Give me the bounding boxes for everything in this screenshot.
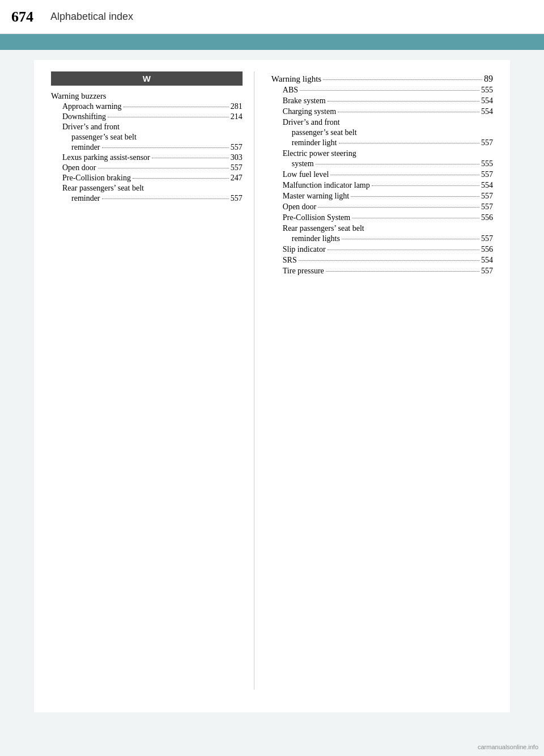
heading-warning-buzzers: Warning buzzers <box>51 91 243 101</box>
page-header: 674 Alphabetical index <box>0 0 544 34</box>
list-item: reminder light 557 <box>271 138 493 147</box>
list-item: passenger’s seat belt <box>51 133 243 142</box>
list-item: Brake system 554 <box>271 96 493 105</box>
list-item: SRS 554 <box>271 256 493 265</box>
warning-lights-heading: Warning lights 89 <box>271 74 493 84</box>
list-item: Open door 557 <box>271 202 493 212</box>
list-item: Malfunction indicator lamp 554 <box>271 181 493 190</box>
list-item: Pre-Collision System 556 <box>271 213 493 222</box>
list-item: Approach warning 281 <box>51 102 243 111</box>
list-item: reminder 557 <box>51 143 243 152</box>
list-item: system 555 <box>271 159 493 168</box>
list-item: Tire pressure 557 <box>271 267 493 276</box>
list-item: Slip indicator 556 <box>271 245 493 254</box>
list-item: Pre-Collision braking 247 <box>51 174 243 183</box>
list-item: Driver’s and front <box>271 118 493 127</box>
list-item: ABS 555 <box>271 86 493 95</box>
accent-bar <box>0 34 544 50</box>
list-item: Master warning light 557 <box>271 192 493 201</box>
section-letter-w: W <box>51 71 243 86</box>
list-item: Rear passengers’ seat belt <box>51 184 243 193</box>
main-content: W Warning buzzers Approach warning 281 D… <box>34 60 510 712</box>
list-item: reminder 557 <box>51 194 243 203</box>
list-item: Rear passengers’ seat belt <box>271 224 493 233</box>
list-item: Low fuel level 557 <box>271 170 493 179</box>
list-item: passenger’s seat belt <box>271 128 493 137</box>
watermark: carmanualsonline.info <box>478 744 538 750</box>
left-column: W Warning buzzers Approach warning 281 D… <box>51 71 254 690</box>
page-title: Alphabetical index <box>50 11 133 23</box>
list-item: reminder lights 557 <box>271 234 493 243</box>
page-number: 674 <box>11 9 33 26</box>
list-item: Electric power steering <box>271 149 493 158</box>
right-column: Warning lights 89 ABS 555 Brake system 5… <box>254 71 493 690</box>
list-item: Charging system 554 <box>271 107 493 116</box>
list-item: Lexus parking assist-sensor 303 <box>51 153 243 162</box>
list-item: Downshifting 214 <box>51 112 243 121</box>
list-item: Open door 557 <box>51 163 243 172</box>
list-item: Driver’s and front <box>51 123 243 132</box>
